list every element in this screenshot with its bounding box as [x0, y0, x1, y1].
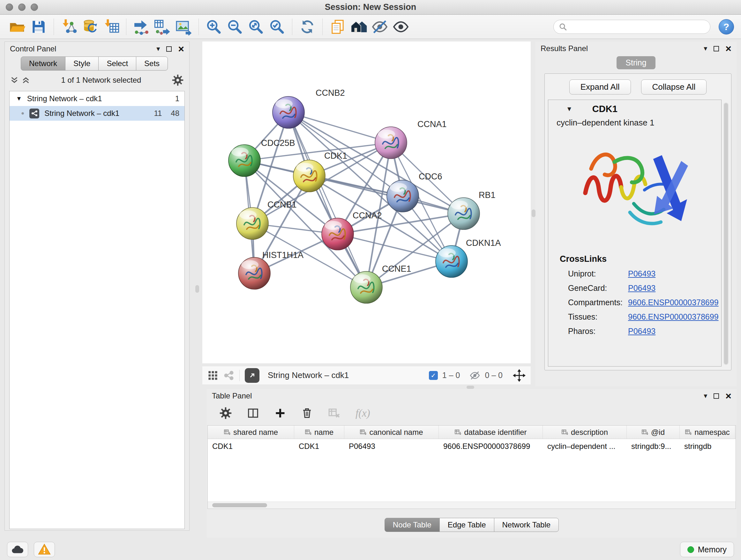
network-node-hist1h1a[interactable]	[239, 257, 270, 289]
zoom-in-button[interactable]	[203, 17, 224, 37]
network-node-rb1[interactable]	[448, 198, 480, 230]
expand-all-button[interactable]: Expand All	[569, 79, 631, 95]
export-image-button[interactable]	[173, 17, 194, 37]
table-cell[interactable]: 9606.ENSP00000378699	[439, 439, 543, 454]
apply-layout-button[interactable]	[297, 17, 318, 37]
warnings-button[interactable]	[34, 542, 55, 557]
zoom-selected-button[interactable]	[266, 17, 287, 37]
delete-column-trash-icon[interactable]	[301, 408, 313, 419]
search-input[interactable]	[570, 22, 705, 32]
left-splitter-handle[interactable]	[195, 285, 199, 293]
table-cell[interactable]: stringdb:9...	[627, 439, 680, 454]
column-header[interactable]: database identifier	[439, 426, 543, 439]
panel-close-icon[interactable]: ×	[725, 391, 731, 401]
function-builder-button[interactable]: f(x)	[355, 408, 370, 419]
column-header[interactable]: name	[294, 426, 344, 439]
entry-disclosure-icon[interactable]: ▼	[566, 105, 572, 113]
network-node-cdkn1a[interactable]	[435, 246, 468, 277]
protein-entry-header[interactable]: ▼ CDK1	[548, 100, 721, 118]
panel-float-icon[interactable]	[166, 46, 172, 52]
tab-network-table[interactable]: Network Table	[494, 518, 559, 532]
crosslink-link[interactable]: P06493	[628, 269, 656, 278]
horizontal-splitter-handle[interactable]	[467, 386, 474, 389]
disclosure-triangle-icon[interactable]: ▼	[16, 95, 22, 102]
network-node-cdc6[interactable]	[387, 180, 419, 212]
pan-move-icon[interactable]	[513, 369, 526, 382]
selected-nodes-checkbox-icon[interactable]: ✓	[429, 371, 438, 380]
table-settings-gear-icon[interactable]	[219, 407, 232, 419]
delete-table-icon[interactable]	[328, 407, 340, 419]
annotation-mode-button[interactable]	[245, 368, 259, 383]
crosslink-link[interactable]: P06493	[628, 327, 656, 336]
network-edge[interactable]	[288, 112, 366, 287]
minimize-window-button[interactable]	[18, 3, 25, 11]
tab-node-table[interactable]: Node Table	[385, 518, 440, 532]
panel-float-icon[interactable]	[714, 393, 719, 399]
cloud-status-button[interactable]	[7, 542, 28, 557]
import-table-button[interactable]	[100, 17, 122, 37]
panel-collapse-icon[interactable]: ▾	[704, 45, 707, 52]
crosslink-link[interactable]: 9606.ENSP00000378699	[628, 312, 719, 321]
table-cell[interactable]: CDK1	[208, 439, 294, 454]
import-network-database-button[interactable]	[79, 17, 100, 37]
open-session-button[interactable]	[7, 17, 28, 37]
memory-button[interactable]: Memory	[680, 542, 734, 557]
network-overview-icon[interactable]	[223, 370, 234, 381]
tab-style[interactable]: Style	[65, 57, 98, 71]
tab-sets[interactable]: Sets	[136, 57, 168, 71]
results-scrollbar-thumb[interactable]	[724, 103, 728, 364]
help-button[interactable]: ?	[719, 19, 734, 35]
tab-select[interactable]: Select	[98, 57, 136, 71]
hide-graphics-details-button[interactable]	[369, 17, 390, 37]
panel-collapse-icon[interactable]: ▾	[156, 45, 160, 52]
table-cell[interactable]: P06493	[344, 439, 439, 454]
panel-close-icon[interactable]: ×	[178, 44, 184, 54]
save-session-button[interactable]	[28, 17, 49, 37]
grid-view-icon[interactable]	[207, 370, 218, 381]
new-network-from-table-button[interactable]	[152, 17, 173, 37]
crosslink-link[interactable]: 9606.ENSP00000378699	[628, 298, 719, 307]
network-node-ccnb2[interactable]	[273, 97, 305, 128]
show-graphics-details-button[interactable]	[390, 17, 411, 37]
table-cell[interactable]: stringdb	[680, 439, 735, 454]
tab-edge-table[interactable]: Edge Table	[440, 518, 494, 532]
table-scrollbar-thumb[interactable]	[212, 503, 267, 507]
right-splitter-handle[interactable]	[532, 209, 536, 217]
network-row-selected[interactable]: ● String Network – cdk1 11 48	[10, 106, 185, 121]
network-node-ccna1[interactable]	[375, 127, 407, 159]
network-edge[interactable]	[309, 176, 464, 213]
table-cell[interactable]: cyclin–dependent ...	[543, 439, 627, 454]
column-header[interactable]: @id	[627, 426, 680, 439]
crosslink-link[interactable]: P06493	[628, 284, 656, 293]
network-node-ccnb1[interactable]	[237, 207, 268, 240]
table-row[interactable]: CDK1CDK1P064939606.ENSP00000378699cyclin…	[208, 439, 736, 454]
zoom-window-button[interactable]	[30, 3, 38, 11]
panel-close-icon[interactable]: ×	[725, 44, 731, 54]
collapse-all-icon[interactable]	[10, 76, 19, 84]
column-header[interactable]: description	[543, 426, 627, 439]
import-network-file-button[interactable]	[58, 17, 79, 37]
tab-network[interactable]: Network	[21, 57, 65, 71]
column-header[interactable]: shared name	[208, 426, 294, 439]
network-view-canvas[interactable]: CCNB2CCNA1CDC25BCDK1CDC6RB1CCNB1CCNA2CDK…	[202, 42, 531, 363]
column-header[interactable]: canonical name	[344, 426, 439, 439]
table-horizontal-scrollbar[interactable]	[208, 502, 736, 509]
results-scrollbar[interactable]	[724, 103, 729, 365]
zoom-out-button[interactable]	[224, 17, 246, 37]
show-columns-icon[interactable]	[247, 407, 259, 419]
overview-button[interactable]	[348, 17, 369, 37]
gear-icon[interactable]	[172, 74, 184, 86]
network-collection-row[interactable]: ▼ String Network – cdk1 1	[10, 91, 185, 106]
expand-all-icon[interactable]	[21, 76, 30, 84]
column-header[interactable]: namespac	[680, 426, 735, 439]
new-network-from-selection-button[interactable]	[131, 17, 152, 37]
table-cell[interactable]: CDK1	[294, 439, 344, 454]
panel-collapse-icon[interactable]: ▾	[704, 392, 707, 399]
network-node-ccna2[interactable]	[322, 218, 354, 250]
network-node-cdk1[interactable]	[293, 160, 325, 192]
results-tab-string[interactable]: String	[616, 56, 655, 69]
copy-document-button[interactable]	[327, 17, 348, 37]
zoom-fit-button[interactable]	[246, 17, 266, 37]
collapse-all-button[interactable]: Collapse All	[641, 79, 707, 95]
panel-float-icon[interactable]	[714, 46, 719, 51]
